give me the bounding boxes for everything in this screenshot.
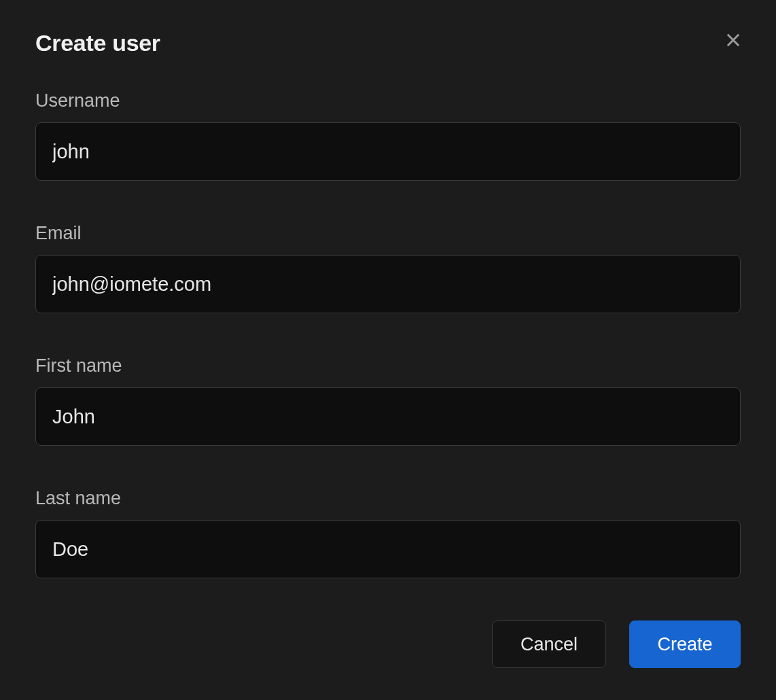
username-label: Username [35, 90, 741, 111]
last-name-label: Last name [35, 488, 741, 509]
modal-title: Create user [35, 30, 160, 56]
first-name-input[interactable] [35, 387, 741, 446]
close-icon [724, 31, 743, 50]
username-field-group: Username [35, 90, 741, 181]
create-user-modal: Create user Username Email First name La… [0, 0, 776, 695]
modal-header: Create user [35, 30, 741, 56]
create-button[interactable]: Create [629, 620, 741, 668]
email-field-group: Email [35, 223, 741, 313]
cancel-button[interactable]: Cancel [492, 620, 606, 668]
close-button[interactable] [722, 29, 745, 52]
email-label: Email [35, 223, 741, 244]
email-input[interactable] [35, 255, 741, 313]
last-name-input[interactable] [35, 520, 741, 578]
username-input[interactable] [35, 122, 741, 181]
first-name-field-group: First name [35, 355, 741, 446]
last-name-field-group: Last name [35, 488, 741, 578]
action-bar: Cancel Create [35, 620, 741, 668]
first-name-label: First name [35, 355, 741, 377]
